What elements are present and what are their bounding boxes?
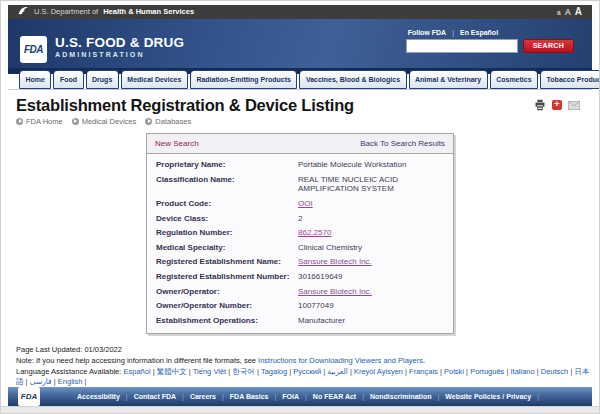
footer-fda-logo[interactable]: FDA	[18, 387, 40, 406]
footer-bar: FDA Accessibility Contact FDA Careers FD…	[8, 387, 592, 406]
footer-link[interactable]: FDA Basics	[230, 393, 282, 400]
font-size-button[interactable]: A	[565, 7, 571, 17]
last-updated-text: Page Last Updated: 01/03/2022	[16, 345, 584, 355]
language-link[interactable]: فارسی	[30, 377, 58, 386]
nav-tab[interactable]: Drugs	[86, 70, 119, 89]
nav-tab[interactable]: Tobacco Products	[540, 70, 600, 89]
fda-page: U.S. Department of Health & Human Servic…	[0, 0, 600, 414]
table-row: Establishment Operations: Manufacturer	[147, 313, 453, 328]
language-link[interactable]: 繁體中文	[157, 367, 193, 376]
viewers-players-link[interactable]: Instructions for Downloading Viewers and…	[258, 356, 423, 365]
search-button[interactable]: SEARCH	[523, 39, 574, 53]
row-value[interactable]: 862.2570	[298, 228, 444, 238]
language-link[interactable]: Tiếng Việt	[193, 367, 232, 376]
breadcrumb-link[interactable]: FDA Home	[26, 117, 63, 126]
breadcrumb-link[interactable]: Medical Devices	[82, 117, 137, 126]
text-size-controls: a A A	[557, 6, 582, 17]
breadcrumb-link[interactable]: Databases	[155, 117, 191, 126]
language-link[interactable]: Português	[470, 367, 510, 376]
language-link[interactable]: 한국어	[232, 367, 261, 376]
breadcrumb-item: Databases	[145, 117, 191, 126]
page-action-icons: +	[534, 99, 580, 111]
header-search-input[interactable]	[406, 39, 518, 53]
panel-header: New Search Back To Search Results	[147, 134, 453, 154]
nav-tab[interactable]: Medical Devices	[121, 70, 188, 89]
row-value: 10077049	[298, 301, 444, 311]
row-label: Proprietary Name:	[156, 160, 298, 170]
breadcrumb-item: Medical Devices	[72, 117, 137, 126]
nav-tab[interactable]: Food	[53, 70, 83, 89]
language-label: Language Assistance Available:	[16, 367, 123, 376]
fda-header: FDA U.S. FOOD & DRUG ADMINISTRATION Foll…	[8, 19, 592, 68]
font-size-button[interactable]: a	[557, 9, 561, 16]
footer-link[interactable]: Accessibility	[77, 393, 134, 400]
footer-link[interactable]: Careers	[190, 393, 230, 400]
note-suffix: .	[423, 356, 425, 365]
footer-link[interactable]: No FEAR Act	[313, 393, 370, 400]
org-name-line2: ADMINISTRATION	[55, 51, 184, 58]
table-row: Medical Specialty: Clinical Chemistry	[147, 240, 453, 255]
device-detail-panel: New Search Back To Search Results Propri…	[146, 133, 454, 334]
language-link[interactable]: Kreyòl Ayisyen	[354, 367, 409, 376]
device-detail-table: Proprietary Name: Portable Molecule Work…	[147, 154, 453, 333]
back-to-search-results-link[interactable]: Back To Search Results	[360, 139, 445, 148]
breadcrumb-bullet-icon	[72, 118, 79, 125]
breadcrumb-bullet-icon	[16, 118, 23, 125]
row-label: Product Code:	[156, 199, 298, 209]
footer-link[interactable]: FOIA	[282, 393, 313, 400]
breadcrumb-item: FDA Home	[16, 117, 63, 126]
language-link[interactable]: Polski	[444, 367, 470, 376]
language-link[interactable]: English	[58, 377, 87, 386]
org-name-line1: U.S. FOOD & DRUG	[55, 35, 184, 50]
new-search-link[interactable]: New Search	[155, 139, 199, 148]
language-link[interactable]: Русский	[293, 367, 327, 376]
row-label: Registered Establishment Name:	[156, 257, 298, 267]
row-value[interactable]: Sansure Biotech Inc.	[298, 287, 444, 297]
font-size-button[interactable]: A	[575, 6, 582, 17]
hhs-dept-name: Health & Human Services	[103, 7, 194, 16]
email-icon[interactable]	[568, 99, 580, 111]
hhs-dept-prefix: U.S. Department of	[34, 7, 98, 16]
row-label: Owner/Operator Number:	[156, 301, 298, 311]
follow-fda-link[interactable]: Follow FDA	[408, 29, 447, 36]
row-label: Classification Name:	[156, 175, 298, 194]
nav-tab[interactable]: Cosmetics	[490, 70, 538, 89]
file-format-note: Note: If you need help accessing informa…	[16, 356, 584, 366]
main-content: Establishment Registration & Device List…	[8, 90, 592, 388]
nav-tab[interactable]: Home	[19, 70, 51, 89]
row-value: 3016619649	[298, 272, 444, 282]
footer-link[interactable]: Nondiscrimination	[370, 393, 445, 400]
language-link[interactable]: Español	[123, 367, 156, 376]
language-link[interactable]: العربية	[327, 367, 354, 376]
hhs-department-link[interactable]: U.S. Department of Health & Human Servic…	[18, 5, 194, 18]
share-icon[interactable]: +	[551, 99, 563, 111]
footer-link[interactable]: Website Policies / Privacy	[445, 393, 545, 400]
header-link-divider: |	[452, 29, 454, 36]
row-value[interactable]: Sansure Biotech Inc.	[298, 257, 444, 267]
language-link[interactable]: Italiano	[510, 367, 540, 376]
breadcrumb: FDA Home Medical Devices Databases	[16, 117, 584, 126]
row-label: Medical Specialty:	[156, 243, 298, 253]
table-row: Owner/Operator Number: 10077049	[147, 299, 453, 314]
nav-tab[interactable]: Vaccines, Blood & Biologics	[299, 70, 406, 89]
page-title: Establishment Registration & Device List…	[16, 96, 354, 115]
fda-logo-text: FDA	[24, 44, 43, 55]
fda-logo[interactable]: FDA	[20, 36, 47, 63]
row-label: Owner/Operator:	[156, 287, 298, 297]
row-value[interactable]: OOI	[298, 199, 444, 209]
row-value: 2	[298, 214, 444, 224]
print-icon[interactable]	[534, 99, 546, 111]
page-footnotes: Page Last Updated: 01/03/2022 Note: If y…	[16, 345, 584, 388]
language-link[interactable]: Deutsch	[541, 367, 575, 376]
breadcrumb-bullet-icon	[145, 118, 152, 125]
language-link[interactable]: Tagalog	[261, 367, 293, 376]
note-prefix: Note: If you need help accessing informa…	[16, 356, 258, 365]
row-value: Clinical Chemistry	[298, 243, 444, 253]
nav-tab[interactable]: Radiation-Emitting Products	[190, 70, 298, 89]
org-title-block: U.S. FOOD & DRUG ADMINISTRATION	[55, 35, 184, 58]
en-espanol-link[interactable]: En Español	[460, 29, 498, 36]
footer-link[interactable]: Contact FDA	[134, 393, 190, 400]
nav-tab[interactable]: Animal & Veterinary	[409, 70, 488, 89]
language-link[interactable]: Français	[409, 367, 444, 376]
table-row: Owner/Operator: Sansure Biotech Inc.	[147, 284, 453, 299]
